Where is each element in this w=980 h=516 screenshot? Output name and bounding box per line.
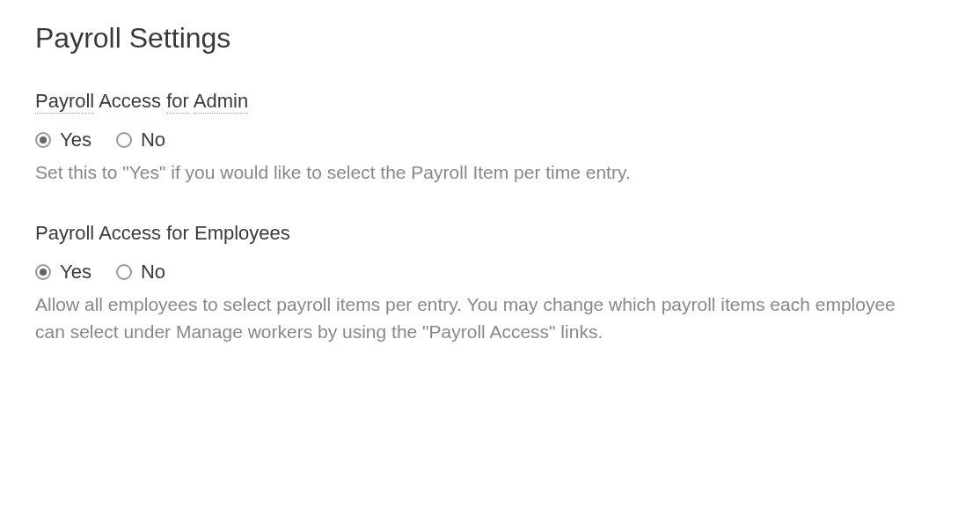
radio-label-no: No [141,261,165,284]
section-title-admin-word-sep1: Access [94,90,166,112]
radio-icon [35,132,51,148]
radio-option-employees-no[interactable]: No [116,261,165,284]
section-title-admin-word-admin: Admin [194,90,248,114]
section-title-admin-word-payroll: Payroll [35,90,94,114]
radio-icon [116,264,132,280]
radio-label-no: No [141,129,165,151]
section-title-admin-word-for: for [166,90,189,114]
page-title: Payroll Settings [35,22,945,55]
help-text-admin: Set this to "Yes" if you would like to s… [35,158,915,187]
radio-option-employees-yes[interactable]: Yes [35,261,91,284]
radio-group-employees: Yes No [35,261,945,284]
section-payroll-access-employees: Payroll Access for Employees Yes No Allo… [35,222,945,346]
radio-label-yes: Yes [60,261,91,284]
radio-icon [35,264,51,280]
radio-label-yes: Yes [60,129,91,151]
section-title-admin: Payroll Access for Admin [35,90,248,113]
help-text-employees: Allow all employees to select payroll it… [35,291,915,346]
section-title-employees: Payroll Access for Employees [35,222,290,245]
section-payroll-access-admin: Payroll Access for Admin Yes No Set this… [35,90,945,187]
radio-icon [116,132,132,148]
radio-group-admin: Yes No [35,129,945,151]
radio-option-admin-yes[interactable]: Yes [35,129,91,151]
radio-option-admin-no[interactable]: No [116,129,165,151]
